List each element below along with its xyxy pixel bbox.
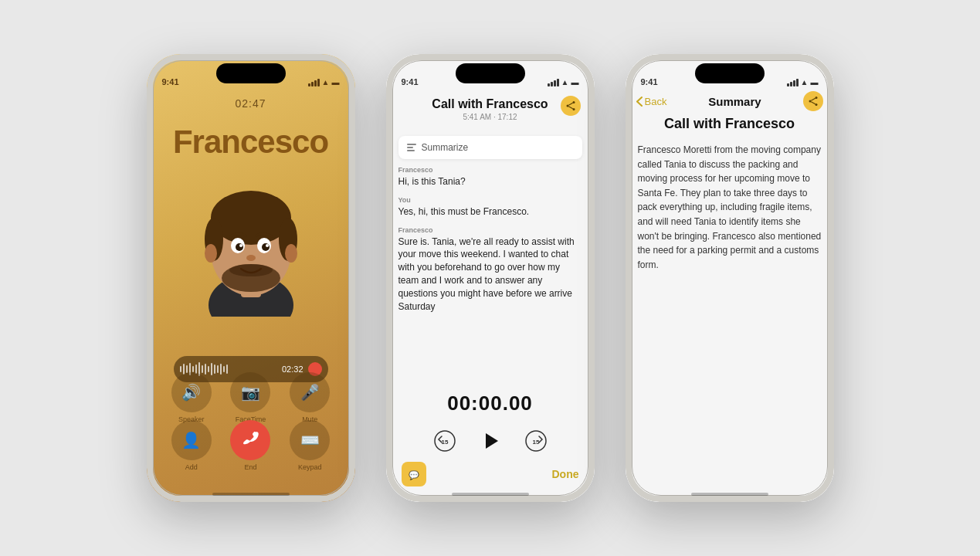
player-controls: 15 15	[434, 425, 547, 457]
svg-point-15	[205, 244, 217, 263]
status-icons-1: ▲ ▬	[308, 78, 340, 86]
status-time-1: 9:41	[162, 77, 179, 86]
summary-body: Francesco Moretti from the moving compan…	[638, 143, 822, 272]
back-button[interactable]: Back	[636, 96, 667, 107]
summary-nav: Back Summary	[626, 91, 834, 111]
phone-transcript: 9:41 ▲ ▬ Call with Francesco 5:41 AM · 1…	[386, 54, 595, 502]
caller-avatar	[185, 162, 317, 317]
svg-point-33	[809, 100, 811, 103]
speaker-icon: 🔊	[171, 372, 212, 412]
phone-summary: 9:41 ▲ ▬ Back Summary	[626, 54, 834, 502]
bottom-bar: 💬 Done	[386, 462, 595, 486]
wifi-icon-3: ▲	[801, 78, 809, 86]
facetime-button[interactable]: 📷 FaceTime	[230, 372, 270, 423]
status-time-2: 9:41	[402, 77, 419, 86]
svg-rect-22	[407, 144, 416, 145]
play-button[interactable]	[474, 425, 507, 457]
end-call-icon	[230, 420, 270, 460]
facetime-icon: 📷	[230, 372, 270, 412]
summary-nav-title: Summary	[708, 95, 761, 108]
svg-text:💬: 💬	[409, 470, 419, 480]
caller-name: Francesco	[147, 124, 355, 161]
status-time-3: 9:41	[641, 77, 658, 86]
status-icons-2: ▲ ▬	[548, 78, 579, 86]
keypad-button[interactable]: ⌨️ Keypad	[290, 420, 330, 471]
back-label: Back	[645, 96, 667, 107]
transcript-header: Call with Francesco 5:41 AM · 17:12	[386, 91, 595, 121]
svg-point-12	[246, 255, 256, 261]
summarize-label: Summarize	[422, 142, 469, 153]
svg-point-8	[236, 243, 243, 251]
mute-button[interactable]: 🎤 Mute	[290, 372, 330, 423]
svg-line-35	[811, 98, 815, 100]
summary-share-button[interactable]	[803, 91, 823, 111]
battery-icon-3: ▬	[811, 78, 819, 86]
message-text-2: Yes, hi, this must be Francesco.	[398, 205, 582, 219]
end-label: End	[244, 463, 256, 471]
end-call-button[interactable]: End	[230, 420, 270, 471]
otter-app-icon: 💬	[402, 462, 426, 486]
svg-point-9	[262, 243, 270, 251]
speaker-2: You	[398, 196, 582, 204]
svg-point-32	[815, 97, 817, 99]
add-label: Add	[185, 463, 198, 471]
mute-icon: 🎤	[290, 372, 330, 412]
svg-point-11	[266, 244, 269, 247]
home-indicator-2	[452, 493, 529, 496]
dynamic-island-3	[695, 63, 765, 83]
speaker-button[interactable]: 🔊 Speaker	[171, 372, 212, 423]
add-button[interactable]: 👤 Add	[171, 420, 212, 471]
home-indicator-1	[212, 493, 290, 496]
svg-line-36	[811, 102, 815, 104]
player-timestamp: 00:00.00	[447, 392, 533, 415]
svg-point-10	[239, 244, 242, 247]
call-duration: 02:47	[235, 97, 266, 110]
summary-content: Call with Francesco Francesco Moretti fr…	[638, 116, 822, 272]
home-indicator-3	[691, 493, 768, 496]
transcript-subtitle: 5:41 AM · 17:12	[463, 113, 517, 121]
keypad-icon: ⌨️	[290, 420, 330, 460]
message-text-3: Sure is. Tania, we're all ready to assis…	[398, 236, 582, 314]
skip-back-button[interactable]: 15	[434, 430, 456, 452]
dynamic-island	[216, 63, 286, 83]
phone-call: 9:41 ▲ ▬ 02:47 Francesco	[147, 54, 355, 502]
audio-player: 00:00.00 15 15	[386, 392, 595, 457]
wifi-icon: ▲	[322, 78, 330, 86]
call-controls-row2: 👤 Add End ⌨️ Keypad	[147, 420, 355, 471]
transcript-content: Francesco Hi, is this Tania? You Yes, hi…	[386, 166, 595, 363]
message-text-1: Hi, is this Tania?	[398, 175, 582, 188]
message-1: Francesco Hi, is this Tania?	[398, 166, 582, 188]
status-icons-3: ▲ ▬	[787, 78, 819, 86]
speaker-3: Francesco	[398, 226, 582, 234]
add-icon: 👤	[171, 420, 212, 460]
message-2: You Yes, hi, this must be Francesco.	[398, 196, 582, 219]
battery-icon: ▬	[332, 78, 340, 86]
signal-icon-3	[787, 79, 799, 86]
done-button[interactable]: Done	[552, 468, 579, 480]
dynamic-island-2	[456, 63, 525, 83]
svg-rect-24	[407, 150, 415, 151]
svg-point-14	[229, 264, 273, 276]
summary-title: Call with Francesco	[638, 116, 822, 132]
wifi-icon-2: ▲	[561, 78, 569, 86]
signal-icon	[308, 79, 320, 86]
svg-text:15: 15	[441, 439, 448, 446]
call-controls-row1: 🔊 Speaker 📷 FaceTime 🎤 Mute	[147, 372, 355, 423]
svg-point-34	[815, 103, 817, 106]
svg-point-16	[285, 244, 297, 263]
keypad-label: Keypad	[298, 463, 322, 471]
skip-forward-button[interactable]: 15	[525, 430, 547, 452]
speaker-1: Francesco	[398, 166, 582, 174]
svg-rect-23	[407, 147, 413, 148]
summarize-bar[interactable]: Summarize	[398, 136, 582, 159]
svg-marker-27	[486, 433, 498, 449]
message-3: Francesco Sure is. Tania, we're all read…	[398, 226, 582, 314]
battery-icon-2: ▬	[571, 78, 579, 86]
signal-icon-2	[548, 79, 559, 86]
transcript-title: Call with Francesco	[432, 97, 548, 111]
